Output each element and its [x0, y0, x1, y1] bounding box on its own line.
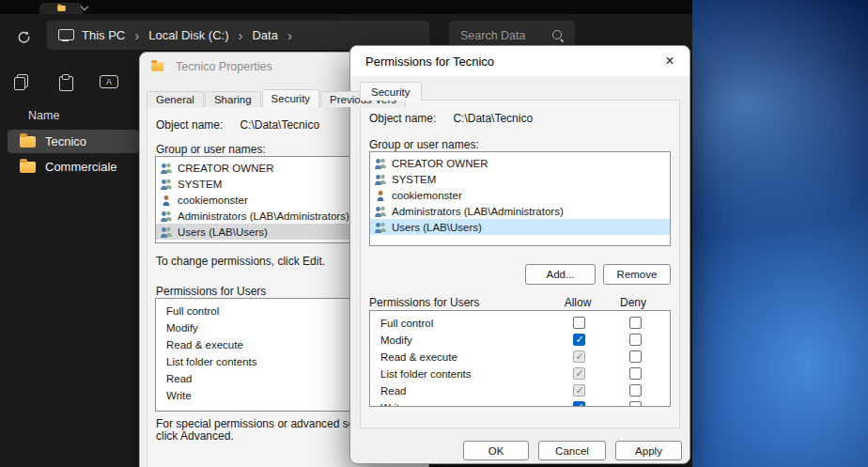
explorer-tab-strip: [0, 0, 692, 14]
file-row-commerciale[interactable]: Commerciale: [8, 155, 139, 179]
permission-label: Modify: [380, 335, 412, 346]
tab-security[interactable]: Security: [360, 82, 422, 101]
close-button[interactable]: ×: [650, 46, 690, 76]
permission-row-read: Read: [370, 382, 670, 399]
chevron-right-icon[interactable]: ›: [238, 28, 242, 42]
chevron-right-icon[interactable]: ›: [134, 28, 139, 42]
user-icon: [374, 190, 387, 201]
allow-checkbox[interactable]: [573, 367, 585, 380]
allow-checkbox[interactable]: [573, 401, 585, 407]
list-item-cookiemonster[interactable]: cookiemonster: [370, 187, 670, 203]
permission-label: Read & execute: [380, 351, 457, 363]
refresh-icon: [17, 30, 31, 44]
list-item-label: Users (LAB\Users): [178, 226, 268, 238]
folder-icon: [20, 136, 36, 148]
group-user-list: CREATOR OWNER SYSTEM cookiemonster Admin…: [369, 151, 671, 246]
explorer-tab[interactable]: [39, 3, 83, 14]
breadcrumb-data[interactable]: Data: [252, 28, 277, 42]
breadcrumb-this-pc[interactable]: This PC: [82, 28, 125, 42]
group-icon: [160, 179, 173, 190]
object-name-label: Object name:: [156, 118, 223, 132]
cancel-button[interactable]: Cancel: [538, 441, 606, 460]
list-item-label: Administrators (LAB\Administrators): [178, 210, 349, 222]
deny-checkbox[interactable]: [629, 367, 642, 380]
file-row-tecnico[interactable]: Tecnico: [8, 130, 139, 153]
advanced-hint-text: click Advanced.: [156, 429, 234, 443]
copy-button[interactable]: [9, 70, 32, 93]
object-name-value: C:\Data\Tecnico: [453, 112, 533, 125]
group-icon: [374, 222, 387, 233]
chevron-right-icon[interactable]: ›: [287, 28, 292, 42]
file-name: Commerciale: [45, 160, 117, 174]
permission-row-read-execute: Read & execute: [370, 349, 670, 366]
deny-checkbox[interactable]: [629, 334, 642, 346]
search-icon: [551, 29, 564, 41]
allow-checkbox[interactable]: [573, 317, 585, 329]
deny-column-header: Deny: [612, 296, 655, 309]
permissions-table: Full control Modify Read & execute List …: [369, 310, 671, 407]
permissions-list-label: Permissions for Users: [156, 285, 266, 298]
group-icon: [374, 174, 387, 185]
search-placeholder: Search Data: [460, 29, 525, 42]
dialog-title: Permissions for Tecnico: [365, 54, 494, 69]
permission-label: List folder contents: [380, 368, 472, 380]
paste-icon: [59, 74, 71, 90]
paste-button[interactable]: [54, 70, 76, 93]
file-name: Tecnico: [45, 134, 86, 148]
folder-icon: [57, 6, 66, 11]
allow-checkbox[interactable]: [573, 334, 585, 346]
group-icon: [374, 158, 387, 169]
permissions-dialog-titlebar: Permissions for Tecnico ×: [350, 46, 690, 76]
tab-security[interactable]: Security: [262, 89, 320, 107]
breadcrumb-local-disk-c[interactable]: Local Disk (C:): [148, 28, 228, 42]
deny-checkbox[interactable]: [629, 317, 642, 329]
permission-row-list-folder-contents: List folder contents: [370, 366, 670, 382]
this-pc-icon: [58, 29, 72, 41]
allow-column-header: Allow: [554, 296, 601, 309]
object-name-label: Object name:: [369, 112, 436, 125]
group-icon: [160, 163, 173, 174]
list-item-users[interactable]: Users (LAB\Users): [370, 219, 670, 235]
deny-checkbox[interactable]: [629, 401, 642, 407]
list-item-system[interactable]: SYSTEM: [370, 171, 670, 187]
folder-icon: [151, 62, 163, 70]
permission-label: Read: [380, 385, 407, 397]
apply-button[interactable]: Apply: [615, 441, 682, 460]
group-icon: [374, 206, 387, 217]
permission-label: Write: [380, 402, 406, 407]
list-item-label: SYSTEM: [178, 179, 222, 190]
list-item-label: Users (LAB\Users): [392, 222, 482, 233]
tab-sharing[interactable]: Sharing: [205, 91, 261, 107]
group-icon: [160, 210, 173, 222]
refresh-button[interactable]: [9, 23, 38, 51]
group-list-label: Group or user names:: [369, 138, 479, 151]
column-header-name[interactable]: Name: [28, 109, 59, 122]
object-name-value: C:\Data\Tecnico: [240, 118, 319, 132]
tab-general[interactable]: General: [147, 91, 204, 107]
advanced-hint-text: For special permissions or advanced sett…: [156, 417, 376, 430]
permission-row-write: Write: [370, 399, 670, 407]
permission-row-modify: Modify: [370, 332, 670, 349]
ok-button[interactable]: OK: [463, 441, 529, 460]
allow-checkbox[interactable]: [573, 350, 585, 363]
user-icon: [160, 195, 173, 206]
group-icon: [160, 226, 173, 238]
list-item-label: Administrators (LAB\Administrators): [392, 206, 564, 217]
rename-button[interactable]: [98, 70, 120, 93]
permission-label: Full control: [380, 318, 433, 329]
list-item-administrators[interactable]: Administrators (LAB\Administrators): [370, 203, 670, 219]
deny-checkbox[interactable]: [629, 350, 642, 363]
copy-icon: [14, 74, 28, 90]
deny-checkbox[interactable]: [629, 384, 642, 397]
remove-button[interactable]: Remove: [603, 264, 671, 285]
rename-icon: [100, 75, 118, 88]
desktop: This PC › Local Disk (C:) › Data › Searc…: [0, 0, 868, 467]
list-item-creator-owner[interactable]: CREATOR OWNER: [370, 155, 670, 171]
list-item-label: CREATOR OWNER: [178, 163, 273, 174]
list-item-label: cookiemonster: [178, 195, 248, 206]
allow-checkbox[interactable]: [573, 384, 585, 397]
folder-icon: [20, 162, 36, 173]
add-button[interactable]: Add...: [525, 264, 596, 285]
edit-hint-text: To change permissions, click Edit.: [156, 255, 325, 268]
list-item-label: CREATOR OWNER: [392, 158, 488, 169]
